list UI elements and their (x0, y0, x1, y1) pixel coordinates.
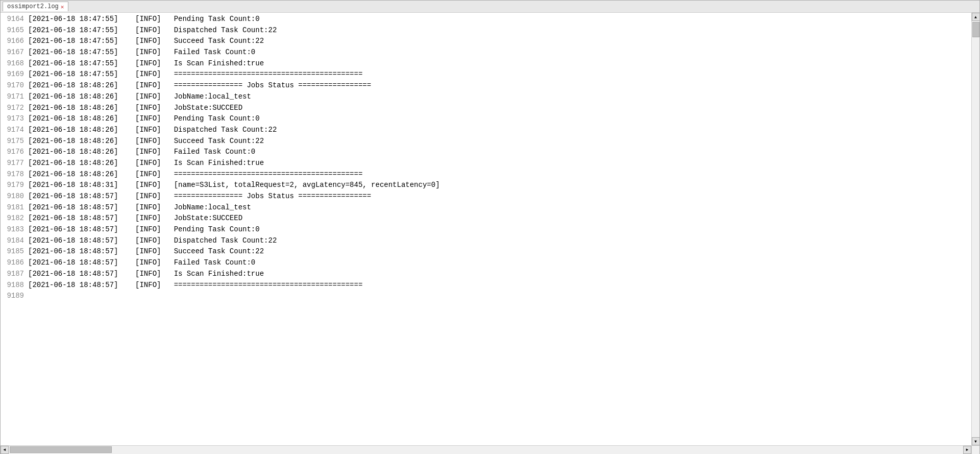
line-number: 9175 (3, 136, 28, 147)
down-arrow-icon: ▼ (974, 439, 977, 444)
line-content: [2021-06-18 18:48:26] [INFO] Pending Tas… (28, 113, 260, 125)
line-number: 9171 (3, 91, 28, 103)
line-content: [2021-06-18 18:48:31] [INFO] [name=S3Lis… (28, 180, 440, 191)
title-bar: ossimport2.log ✕ (1, 1, 979, 13)
line-content: [2021-06-18 18:48:57] [INFO] ===========… (28, 280, 362, 291)
line-content: [2021-06-18 18:47:55] [INFO] ===========… (28, 69, 362, 80)
vertical-scrollbar[interactable]: ▲ ▼ (971, 13, 979, 445)
log-line: 9171[2021-06-18 18:48:26] [INFO] JobName… (1, 91, 971, 103)
line-content: [2021-06-18 18:48:57] [INFO] Is Scan Fin… (28, 269, 264, 280)
log-line: 9183[2021-06-18 18:48:57] [INFO] Pending… (1, 224, 971, 235)
log-line: 9174[2021-06-18 18:48:26] [INFO] Dispatc… (1, 125, 971, 136)
tab-label: ossimport2.log (7, 3, 59, 10)
scroll-down-button[interactable]: ▼ (972, 437, 980, 445)
log-line: 9181[2021-06-18 18:48:57] [INFO] JobName… (1, 202, 971, 213)
line-number: 9173 (3, 113, 28, 125)
line-number: 9185 (3, 246, 28, 257)
line-content: [2021-06-18 18:48:26] [INFO] Failed Task… (28, 147, 255, 158)
log-line: 9167[2021-06-18 18:47:55] [INFO] Failed … (1, 47, 971, 58)
line-number: 9177 (3, 158, 28, 169)
line-number: 9181 (3, 202, 28, 213)
line-number: 9183 (3, 224, 28, 235)
file-tab[interactable]: ossimport2.log ✕ (3, 2, 68, 11)
line-content: [2021-06-18 18:48:57] [INFO] JobState:SU… (28, 213, 242, 224)
line-content: [2021-06-18 18:48:26] [INFO] JobState:SU… (28, 103, 242, 114)
line-content: [2021-06-18 18:48:26] [INFO] JobName:loc… (28, 91, 251, 103)
log-line: 9187[2021-06-18 18:48:57] [INFO] Is Scan… (1, 269, 971, 280)
line-number: 9166 (3, 36, 28, 47)
log-line: 9168[2021-06-18 18:47:55] [INFO] Is Scan… (1, 58, 971, 69)
line-number: 9184 (3, 235, 28, 247)
horizontal-scrollbar[interactable]: ◄ ► (1, 446, 971, 454)
line-number: 9189 (3, 291, 28, 302)
line-content: [2021-06-18 18:48:26] [INFO] Dispatched … (28, 125, 277, 136)
line-content: [2021-06-18 18:48:57] [INFO] Pending Tas… (28, 224, 260, 235)
line-number: 9187 (3, 269, 28, 280)
tab-close-icon[interactable]: ✕ (61, 4, 64, 10)
line-content: [2021-06-18 18:48:57] [INFO] ===========… (28, 191, 371, 202)
line-content: [2021-06-18 18:47:55] [INFO] Failed Task… (28, 47, 255, 58)
line-content: [2021-06-18 18:48:57] [INFO] JobName:loc… (28, 202, 251, 213)
line-number: 9179 (3, 180, 28, 191)
scroll-up-button[interactable]: ▲ (972, 13, 980, 21)
bottom-bar: ◄ ► (1, 445, 979, 453)
log-line: 9173[2021-06-18 18:48:26] [INFO] Pending… (1, 113, 971, 125)
log-line: 9177[2021-06-18 18:48:26] [INFO] Is Scan… (1, 158, 971, 169)
log-line: 9182[2021-06-18 18:48:57] [INFO] JobStat… (1, 213, 971, 224)
log-area: 9164[2021-06-18 18:47:55] [INFO] Pending… (1, 13, 979, 445)
log-line: 9184[2021-06-18 18:48:57] [INFO] Dispatc… (1, 235, 971, 247)
log-line: 9189 (1, 291, 971, 302)
log-line: 9179[2021-06-18 18:48:31] [INFO] [name=S… (1, 180, 971, 191)
line-content: [2021-06-18 18:48:57] [INFO] Dispatched … (28, 235, 277, 247)
log-line: 9166[2021-06-18 18:47:55] [INFO] Succeed… (1, 36, 971, 47)
log-line: 9172[2021-06-18 18:48:26] [INFO] JobStat… (1, 103, 971, 114)
log-line: 9188[2021-06-18 18:48:57] [INFO] =======… (1, 280, 971, 291)
log-line: 9165[2021-06-18 18:47:55] [INFO] Dispatc… (1, 25, 971, 36)
line-content: [2021-06-18 18:48:26] [INFO] Succeed Tas… (28, 136, 264, 147)
line-content: [2021-06-18 18:48:26] [INFO] Is Scan Fin… (28, 158, 264, 169)
line-number: 9182 (3, 213, 28, 224)
line-number: 9169 (3, 69, 28, 80)
scroll-right-button[interactable]: ► (963, 446, 971, 454)
log-line: 9164[2021-06-18 18:47:55] [INFO] Pending… (1, 14, 971, 25)
line-number: 9170 (3, 80, 28, 91)
line-content: [2021-06-18 18:47:55] [INFO] Dispatched … (28, 25, 277, 36)
line-content: [2021-06-18 18:48:26] [INFO] ===========… (28, 169, 362, 180)
right-arrow-icon: ► (966, 447, 969, 452)
log-line: 9185[2021-06-18 18:48:57] [INFO] Succeed… (1, 246, 971, 257)
line-content: [2021-06-18 18:47:55] [INFO] Succeed Tas… (28, 36, 264, 47)
line-number: 9167 (3, 47, 28, 58)
scroll-left-button[interactable]: ◄ (1, 446, 9, 454)
line-number: 9178 (3, 169, 28, 180)
log-line: 9176[2021-06-18 18:48:26] [INFO] Failed … (1, 147, 971, 158)
line-number: 9176 (3, 147, 28, 158)
scroll-thumb-v[interactable] (972, 22, 979, 37)
line-number: 9168 (3, 58, 28, 69)
up-arrow-icon: ▲ (974, 15, 977, 19)
line-number: 9188 (3, 280, 28, 291)
line-number: 9172 (3, 103, 28, 114)
scroll-track-v[interactable] (972, 21, 979, 437)
left-arrow-icon: ◄ (4, 447, 6, 452)
line-content: [2021-06-18 18:48:57] [INFO] Failed Task… (28, 257, 255, 269)
log-line: 9178[2021-06-18 18:48:26] [INFO] =======… (1, 169, 971, 180)
log-line: 9186[2021-06-18 18:48:57] [INFO] Failed … (1, 257, 971, 269)
log-line: 9170[2021-06-18 18:48:26] [INFO] =======… (1, 80, 971, 91)
log-content: 9164[2021-06-18 18:47:55] [INFO] Pending… (1, 13, 971, 445)
line-content: [2021-06-18 18:48:26] [INFO] ===========… (28, 80, 371, 91)
line-content: [2021-06-18 18:47:55] [INFO] Pending Tas… (28, 14, 260, 25)
line-number: 9174 (3, 125, 28, 136)
log-line: 9169[2021-06-18 18:47:55] [INFO] =======… (1, 69, 971, 80)
main-window: ossimport2.log ✕ 9164[2021-06-18 18:47:5… (0, 0, 980, 454)
line-number: 9180 (3, 191, 28, 202)
log-line: 9180[2021-06-18 18:48:57] [INFO] =======… (1, 191, 971, 202)
scroll-track-h[interactable] (9, 446, 963, 454)
line-content: [2021-06-18 18:48:57] [INFO] Succeed Tas… (28, 246, 264, 257)
line-number: 9165 (3, 25, 28, 36)
scroll-thumb-h[interactable] (10, 446, 112, 453)
line-number: 9186 (3, 257, 28, 269)
line-content: [2021-06-18 18:47:55] [INFO] Is Scan Fin… (28, 58, 264, 69)
line-number: 9164 (3, 14, 28, 25)
scrollbar-corner (971, 446, 979, 454)
log-line: 9175[2021-06-18 18:48:26] [INFO] Succeed… (1, 136, 971, 147)
